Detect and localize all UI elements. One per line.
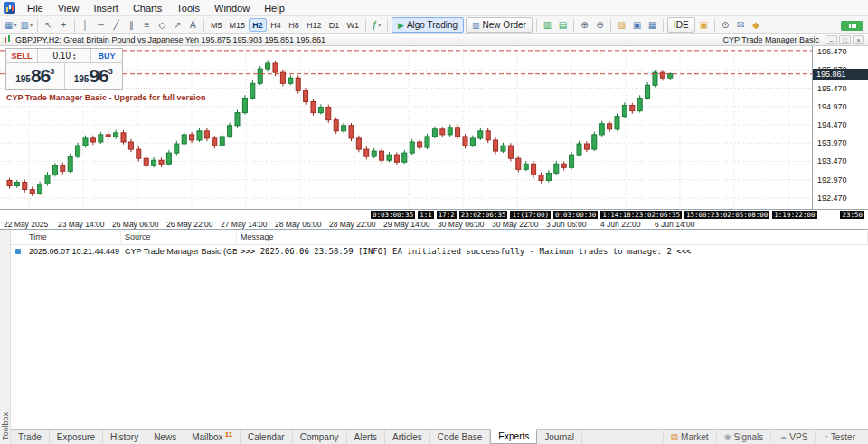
- tab-code-base[interactable]: Code Base: [430, 430, 490, 444]
- shapes-button[interactable]: ◇: [155, 17, 170, 33]
- trendline-button[interactable]: ╱: [108, 17, 124, 33]
- timeframe-h12-button[interactable]: H12: [303, 18, 326, 32]
- chat-button[interactable]: ✉: [733, 17, 749, 33]
- zoom-out-button[interactable]: ⊖: [592, 17, 608, 33]
- signals-button[interactable]: ◉Signals: [716, 431, 771, 442]
- price-axis[interactable]: 195.861 196.470195.970195.470194.970194.…: [812, 46, 868, 209]
- menu-tools[interactable]: Tools: [169, 1, 207, 15]
- menu-view[interactable]: View: [51, 1, 87, 15]
- profiles-button[interactable]: ▥▾: [18, 17, 33, 33]
- channel-button[interactable]: ∥: [124, 17, 139, 33]
- tab-trade[interactable]: Trade: [11, 430, 50, 444]
- price-axis-tick: 193.470: [817, 156, 847, 165]
- vps-button[interactable]: ☁VPS: [770, 431, 815, 442]
- new-chart-button[interactable]: ▦▾: [3, 17, 18, 33]
- timeframe-m5-button[interactable]: M5: [207, 18, 226, 32]
- search-button[interactable]: ⊙: [718, 17, 733, 33]
- signals-button-label: Signals: [734, 432, 764, 442]
- timeframe-h4-button[interactable]: H4: [267, 18, 285, 32]
- ide-button[interactable]: IDE: [667, 17, 695, 33]
- new-order-button[interactable]: ▥New Order: [466, 17, 533, 33]
- price-axis-tick: 192.970: [817, 175, 847, 184]
- timeframe-m15-button[interactable]: M15: [225, 18, 249, 32]
- chart-plot[interactable]: SELL 0.10 ▴ ▾ BUY 195 8: [0, 46, 812, 209]
- market-depth-button[interactable]: ▥: [540, 17, 555, 33]
- cursor-button[interactable]: ↖: [41, 17, 56, 33]
- log-column-message[interactable]: Message: [237, 231, 868, 243]
- tile-windows-button[interactable]: ▦: [645, 17, 660, 33]
- menu-window[interactable]: Window: [207, 1, 257, 15]
- zoom-in-button[interactable]: ⊕: [577, 17, 592, 33]
- notifications-button[interactable]: ◆: [749, 17, 764, 33]
- algo-trading-button[interactable]: ▶Algo Trading: [392, 17, 464, 33]
- log-column-time[interactable]: Time: [25, 231, 121, 243]
- cursor-icon: ↖: [44, 20, 52, 30]
- menu-file[interactable]: File: [20, 1, 51, 15]
- tab-mailbox[interactable]: Mailbox11: [184, 430, 241, 444]
- tab-news[interactable]: News: [146, 430, 184, 444]
- log-time: 2025.06.07 10:21:44.449: [25, 247, 121, 256]
- tab-company[interactable]: Company: [293, 430, 347, 444]
- market-button[interactable]: ▤Market: [663, 431, 716, 442]
- lock-button[interactable]: ▣: [696, 17, 712, 33]
- text-button[interactable]: A: [185, 17, 201, 33]
- toolbox-caption-strip[interactable]: Toolbox: [0, 230, 11, 444]
- vps-icon: ☁: [778, 432, 787, 441]
- new-chart-icon: ▦: [5, 20, 13, 30]
- trendline-icon: ╱: [113, 20, 118, 30]
- timeframe-d1-button[interactable]: D1: [325, 18, 343, 32]
- time-axis-tick: 6 Jun 14:00: [655, 220, 694, 229]
- data-window-button[interactable]: ▤: [555, 17, 571, 33]
- timeframe-h8-button[interactable]: H8: [285, 18, 303, 32]
- horizontal-line-button[interactable]: ─: [93, 17, 108, 33]
- indicators-button[interactable]: ƒ▾: [369, 17, 384, 33]
- time-axis[interactable]: 0:03:00:351:117:223:02:06:351:(17:00)0:0…: [0, 209, 868, 229]
- toolbar: ▦▾▥▾↖+│─╱∥≡◇↗AM5M15H2H4H8H12D1W1ƒ▾▶Algo …: [0, 16, 868, 34]
- tab-history[interactable]: History: [103, 430, 146, 444]
- window-restore-button[interactable]: □: [839, 35, 851, 44]
- open-data-folder-button[interactable]: ▨: [614, 17, 629, 33]
- sell-price-display[interactable]: 195 86 3: [6, 63, 64, 89]
- time-axis-tick: 26 May 22:00: [166, 220, 213, 229]
- toolbar-separator: [37, 19, 38, 32]
- axis-event-marker: 0:03:00:30: [553, 211, 598, 219]
- lot-size-stepper[interactable]: 0.10 ▴ ▾: [38, 49, 90, 62]
- tab-alerts[interactable]: Alerts: [347, 430, 386, 444]
- new-order-button-label: New Order: [483, 20, 526, 30]
- window-minimize-button[interactable]: –: [826, 35, 837, 44]
- lot-stepper-arrows-icon[interactable]: ▴ ▾: [73, 52, 76, 60]
- sell-button[interactable]: SELL: [6, 49, 38, 62]
- market-icon: ▤: [671, 432, 679, 441]
- fibonacci-button[interactable]: ≡: [139, 17, 155, 33]
- shapes-icon: ◇: [159, 20, 166, 30]
- tab-calendar[interactable]: Calendar: [241, 430, 293, 444]
- tester-button[interactable]: ◔Tester: [815, 431, 863, 442]
- menu-help[interactable]: Help: [257, 1, 292, 15]
- tab-journal[interactable]: Journal: [537, 430, 582, 444]
- timeframe-w1-button[interactable]: W1: [343, 18, 363, 32]
- log-rows: 2025.06.07 10:21:44.449CYP Trade Manager…: [11, 245, 868, 258]
- cascade-windows-button[interactable]: ▣: [629, 17, 645, 33]
- log-row[interactable]: 2025.06.07 10:21:44.449CYP Trade Manager…: [11, 245, 868, 258]
- connection-indicator-icon: [841, 21, 863, 31]
- log-column-source[interactable]: Source: [121, 231, 237, 243]
- tab-label: News: [154, 432, 176, 442]
- crosshair-button[interactable]: +: [56, 17, 71, 33]
- buy-price-display[interactable]: 195 96 3: [65, 63, 123, 89]
- window-close-button[interactable]: ×: [853, 35, 864, 44]
- vertical-line-button[interactable]: │: [78, 17, 93, 33]
- tab-label: Company: [300, 432, 339, 442]
- dropdown-arrow-icon: ▾: [14, 22, 16, 28]
- tab-articles[interactable]: Articles: [385, 430, 430, 444]
- timeframe-h2-button[interactable]: H2: [249, 18, 267, 32]
- buy-button[interactable]: BUY: [90, 49, 122, 62]
- menu-items: FileViewInsertChartsToolsWindowHelp: [20, 1, 292, 15]
- chart-titlebar[interactable]: GBPJPY,H2: Great Britain Pound vs Japane…: [0, 34, 868, 46]
- sell-price-small: 195: [15, 74, 31, 84]
- arrows-button[interactable]: ↗: [170, 17, 185, 33]
- tab-experts[interactable]: Experts: [490, 429, 537, 444]
- menu-insert[interactable]: Insert: [86, 1, 126, 15]
- tab-exposure[interactable]: Exposure: [50, 430, 103, 444]
- menu-charts[interactable]: Charts: [126, 1, 169, 15]
- vertical-line-icon: │: [82, 20, 88, 30]
